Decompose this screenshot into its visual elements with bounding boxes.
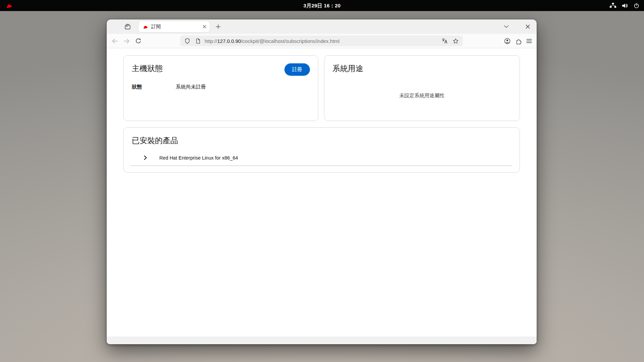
tab-title: 訂閱	[151, 24, 203, 30]
back-icon	[111, 38, 118, 44]
firefox-view-button[interactable]	[124, 23, 131, 30]
account-icon	[504, 38, 511, 45]
tab-bar: 訂閱	[107, 19, 537, 34]
extensions-button[interactable]	[515, 38, 522, 45]
reload-icon	[135, 38, 142, 44]
register-button[interactable]: 註冊	[284, 63, 310, 76]
url-domain: 127.0.0.90	[217, 38, 241, 44]
hamburger-menu-icon	[526, 39, 532, 43]
expand-row-button[interactable]	[138, 152, 153, 164]
forward-icon	[123, 38, 130, 44]
page-icon	[195, 38, 201, 44]
status-value: 系統尚未註冊	[176, 84, 206, 90]
new-tab-button[interactable]	[216, 24, 221, 29]
chevron-right-icon	[144, 155, 147, 160]
shield-icon	[184, 38, 191, 44]
close-icon	[526, 24, 530, 29]
system-tray[interactable]	[609, 0, 639, 11]
url-bar[interactable]: http://127.0.0.90/cockpit/@localhost/sub…	[180, 36, 463, 46]
firefox-view-icon	[124, 23, 131, 30]
system-purpose-empty-message: 未設定系統用途屬性	[332, 73, 512, 113]
product-row[interactable]: Red Hat Enterprise Linux for x86_64	[130, 150, 512, 166]
close-icon	[203, 25, 206, 28]
reload-button[interactable]	[135, 38, 142, 44]
plus-icon	[216, 24, 221, 29]
power-icon	[634, 3, 639, 8]
account-button[interactable]	[504, 38, 511, 45]
puzzle-icon	[515, 38, 522, 45]
network-icon	[609, 3, 616, 8]
tab-subscriptions[interactable]: 訂閱	[139, 21, 210, 32]
url-scheme: http://	[205, 38, 217, 44]
bookmark-star-icon[interactable]	[452, 38, 459, 44]
chevron-down-icon	[504, 25, 509, 28]
system-purpose-title: 系統用途	[332, 63, 512, 73]
browser-toolbar: http://127.0.0.90/cockpit/@localhost/sub…	[107, 34, 537, 48]
status-label: 狀態	[132, 84, 176, 90]
forward-button[interactable]	[123, 38, 130, 44]
desktop-top-bar: 3月29日 16：20	[0, 0, 644, 11]
volume-icon	[622, 3, 629, 8]
url-path: /cockpit/@localhost/subscriptions/index.…	[241, 38, 339, 44]
installed-products-title: 已安裝的產品	[124, 135, 520, 145]
host-status-title: 主機狀態	[132, 63, 163, 73]
system-purpose-card: 系統用途 未設定系統用途屬性	[324, 55, 520, 121]
menu-button[interactable]	[526, 39, 532, 43]
window-list-button[interactable]	[504, 25, 509, 28]
window-close-button[interactable]	[526, 24, 530, 29]
browser-window: 訂閱	[107, 19, 537, 344]
installed-products-card: 已安裝的產品 Red Hat Enterprise Linux for x86_…	[123, 127, 520, 173]
url-text: http://127.0.0.90/cockpit/@localhost/sub…	[205, 38, 439, 44]
clock[interactable]: 3月29日 16：20	[0, 0, 644, 11]
window-bottom-strip	[107, 337, 537, 344]
translate-icon[interactable]	[442, 38, 448, 44]
product-name: Red Hat Enterprise Linux for x86_64	[159, 155, 238, 161]
red-hat-favicon-icon	[143, 24, 148, 29]
cockpit-subscriptions-page: 主機狀態 註冊 狀態 系統尚未註冊 系統用途 未設定系統用途屬性 已安裝的產品	[107, 48, 537, 344]
host-status-card: 主機狀態 註冊 狀態 系統尚未註冊	[123, 55, 318, 121]
back-button[interactable]	[111, 38, 118, 44]
tab-close-button[interactable]	[203, 25, 206, 28]
